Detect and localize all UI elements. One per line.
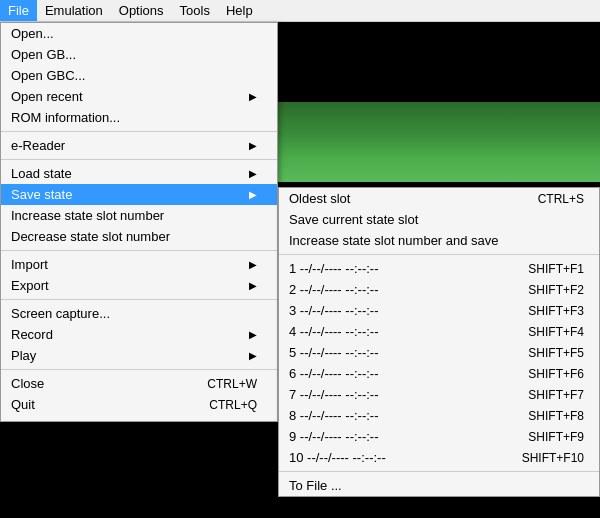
menu-open[interactable]: Open... (1, 23, 277, 44)
menu-increase-slot[interactable]: Increase state slot number (1, 205, 277, 226)
menubar-file-label: File (8, 3, 29, 18)
menu-open-gbc-label: Open GBC... (11, 68, 85, 83)
sub-slot-6-shortcut: SHIFT+F6 (528, 367, 584, 381)
menubar-help[interactable]: Help (218, 0, 261, 21)
menu-screen-capture-label: Screen capture... (11, 306, 110, 321)
sub-slot-3-label: 3 --/--/---- --:--:-- (289, 303, 379, 318)
menu-close[interactable]: Close CTRL+W (1, 373, 277, 394)
sub-slot-10[interactable]: 10 --/--/---- --:--:-- SHIFT+F10 (279, 447, 599, 468)
file-menu: Open... Open GB... Open GBC... Open rece… (0, 22, 278, 422)
menubar-emulation-label: Emulation (45, 3, 103, 18)
sub-slot-10-shortcut: SHIFT+F10 (522, 451, 584, 465)
sub-slot-1[interactable]: 1 --/--/---- --:--:-- SHIFT+F1 (279, 258, 599, 279)
menu-increase-slot-label: Increase state slot number (11, 208, 164, 223)
menu-rom-info[interactable]: ROM information... (1, 107, 277, 128)
menu-open-gbc[interactable]: Open GBC... (1, 65, 277, 86)
sub-slot-2-shortcut: SHIFT+F2 (528, 283, 584, 297)
sub-separator-1 (279, 254, 599, 255)
sub-slot-8[interactable]: 8 --/--/---- --:--:-- SHIFT+F8 (279, 405, 599, 426)
menu-rom-info-label: ROM information... (11, 110, 120, 125)
sub-save-current[interactable]: Save current state slot (279, 209, 599, 230)
menu-quit-shortcut: CTRL+Q (209, 398, 257, 412)
menu-close-shortcut: CTRL+W (207, 377, 257, 391)
separator-2 (1, 159, 277, 160)
sub-slot-2[interactable]: 2 --/--/---- --:--:-- SHIFT+F2 (279, 279, 599, 300)
menu-record[interactable]: Record (1, 324, 277, 345)
sub-slot-4-shortcut: SHIFT+F4 (528, 325, 584, 339)
sub-slot-4-label: 4 --/--/---- --:--:-- (289, 324, 379, 339)
sub-increase-save-label: Increase state slot number and save (289, 233, 499, 248)
menu-import-label: Import (11, 257, 48, 272)
menu-record-label: Record (11, 327, 53, 342)
menubar: File Emulation Options Tools Help (0, 0, 600, 22)
menu-open-label: Open... (11, 26, 54, 41)
menu-open-gb-label: Open GB... (11, 47, 76, 62)
sub-separator-2 (279, 471, 599, 472)
menu-open-gb[interactable]: Open GB... (1, 44, 277, 65)
sub-save-current-label: Save current state slot (289, 212, 418, 227)
sub-slot-6-label: 6 --/--/---- --:--:-- (289, 366, 379, 381)
sub-slot-9-label: 9 --/--/---- --:--:-- (289, 429, 379, 444)
sub-slot-8-shortcut: SHIFT+F8 (528, 409, 584, 423)
menu-decrease-slot[interactable]: Decrease state slot number (1, 226, 277, 247)
menu-load-state-label: Load state (11, 166, 72, 181)
separator-1 (1, 131, 277, 132)
sub-slot-9[interactable]: 9 --/--/---- --:--:-- SHIFT+F9 (279, 426, 599, 447)
menubar-options[interactable]: Options (111, 0, 172, 21)
sub-slot-5[interactable]: 5 --/--/---- --:--:-- SHIFT+F5 (279, 342, 599, 363)
save-state-submenu: Oldest slot CTRL+S Save current state sl… (278, 187, 600, 497)
menu-open-recent[interactable]: Open recent (1, 86, 277, 107)
menu-decrease-slot-label: Decrease state slot number (11, 229, 170, 244)
menu-export[interactable]: Export (1, 275, 277, 296)
sub-increase-save[interactable]: Increase state slot number and save (279, 230, 599, 251)
menu-close-label: Close (11, 376, 44, 391)
separator-3 (1, 250, 277, 251)
sub-slot-10-label: 10 --/--/---- --:--:-- (289, 450, 386, 465)
menu-load-state[interactable]: Load state (1, 163, 277, 184)
menu-open-recent-label: Open recent (11, 89, 83, 104)
sub-slot-1-shortcut: SHIFT+F1 (528, 262, 584, 276)
sub-oldest-slot-shortcut: CTRL+S (538, 192, 584, 206)
menu-save-state-label: Save state (11, 187, 72, 202)
menu-quit[interactable]: Quit CTRL+Q (1, 394, 277, 415)
separator-4 (1, 299, 277, 300)
dropdown-container: Open... Open GB... Open GBC... Open rece… (0, 22, 278, 422)
sub-slot-7-label: 7 --/--/---- --:--:-- (289, 387, 379, 402)
menu-import[interactable]: Import (1, 254, 277, 275)
menubar-file[interactable]: File (0, 0, 37, 21)
sub-to-file[interactable]: To File ... (279, 475, 599, 496)
separator-5 (1, 369, 277, 370)
sub-slot-2-label: 2 --/--/---- --:--:-- (289, 282, 379, 297)
sub-slot-3[interactable]: 3 --/--/---- --:--:-- SHIFT+F3 (279, 300, 599, 321)
menu-ereader-label: e-Reader (11, 138, 65, 153)
sub-slot-4[interactable]: 4 --/--/---- --:--:-- SHIFT+F4 (279, 321, 599, 342)
menu-ereader[interactable]: e-Reader (1, 135, 277, 156)
menu-quit-label: Quit (11, 397, 35, 412)
sub-slot-5-shortcut: SHIFT+F5 (528, 346, 584, 360)
sub-slot-3-shortcut: SHIFT+F3 (528, 304, 584, 318)
sub-to-file-label: To File ... (289, 478, 342, 493)
sub-slot-1-label: 1 --/--/---- --:--:-- (289, 261, 379, 276)
menu-play-label: Play (11, 348, 36, 363)
sub-oldest-slot[interactable]: Oldest slot CTRL+S (279, 188, 599, 209)
menubar-emulation[interactable]: Emulation (37, 0, 111, 21)
sub-oldest-slot-label: Oldest slot (289, 191, 350, 206)
sub-slot-9-shortcut: SHIFT+F9 (528, 430, 584, 444)
menubar-options-label: Options (119, 3, 164, 18)
sub-slot-5-label: 5 --/--/---- --:--:-- (289, 345, 379, 360)
menu-screen-capture[interactable]: Screen capture... (1, 303, 277, 324)
menu-export-label: Export (11, 278, 49, 293)
sub-slot-7-shortcut: SHIFT+F7 (528, 388, 584, 402)
sub-slot-7[interactable]: 7 --/--/---- --:--:-- SHIFT+F7 (279, 384, 599, 405)
menu-play[interactable]: Play (1, 345, 277, 366)
sub-slot-8-label: 8 --/--/---- --:--:-- (289, 408, 379, 423)
menubar-tools[interactable]: Tools (172, 0, 218, 21)
menu-save-state[interactable]: Save state (1, 184, 277, 205)
sub-slot-6[interactable]: 6 --/--/---- --:--:-- SHIFT+F6 (279, 363, 599, 384)
menubar-tools-label: Tools (180, 3, 210, 18)
menubar-help-label: Help (226, 3, 253, 18)
